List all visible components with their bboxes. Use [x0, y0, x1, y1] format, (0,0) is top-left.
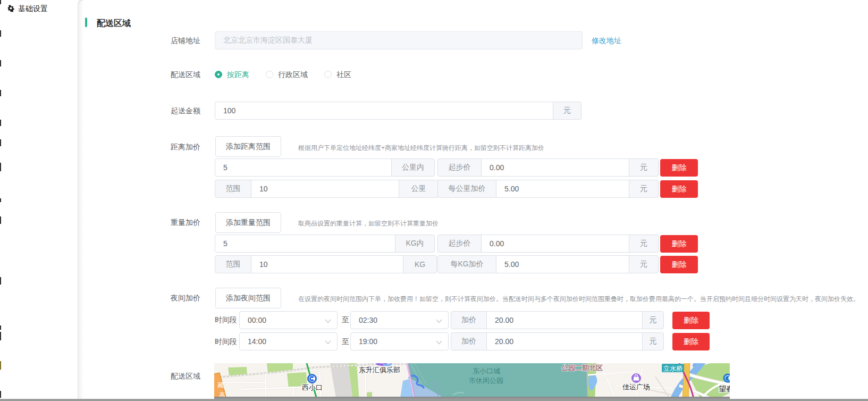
svg-text:市休闲公园: 市休闲公园 [469, 377, 503, 385]
svg-text:望春: 望春 [719, 385, 730, 393]
svg-text:东小口城: 东小口城 [473, 367, 500, 375]
svg-text:佳运广场: 佳运广场 [622, 383, 650, 391]
svg-text:公园二期北区: 公园二期北区 [561, 364, 603, 372]
svg-text:东升汇俱乐部: 东升汇俱乐部 [359, 366, 400, 374]
svg-text:西小口: 西小口 [302, 383, 323, 391]
svg-text:立水桥: 立水桥 [663, 365, 682, 372]
svg-text:藏: 藏 [217, 381, 224, 389]
